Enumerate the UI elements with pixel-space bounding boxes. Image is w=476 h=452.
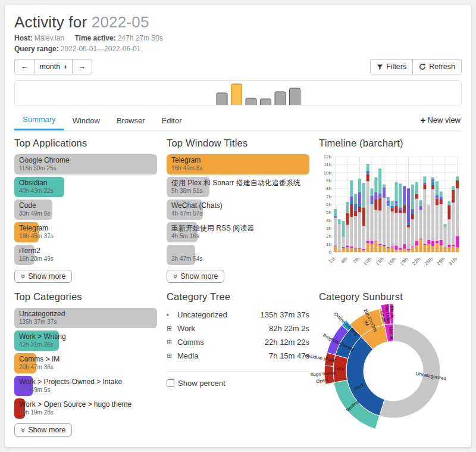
tab-editor[interactable]: Editor (154, 111, 190, 130)
timeline-bar-segment-blue (407, 223, 410, 225)
application-bar: Telegram19h 45m 37s (14, 222, 157, 242)
timeline-bar-segment-blue (354, 204, 357, 211)
timeline-bar-segment-gray (374, 210, 377, 241)
timeline-bar-segment-purple (423, 183, 426, 185)
top-window-titles-list: Telegram18h 49m 8s使用 Plex 和 Sonarr 搭建自动化… (167, 154, 309, 265)
prev-period-button[interactable]: ← (14, 59, 35, 74)
nav-bar (290, 88, 300, 105)
timeline-bar-segment-orange (431, 247, 434, 252)
x-axis-tick-label: 1st (328, 256, 336, 264)
window-title-bar: Telegram18h 49m 8s (167, 154, 309, 174)
toolbar-actions: Filters Refresh (370, 59, 462, 74)
category-bar-duration: 42h 31m 26s (19, 341, 152, 348)
timeline-bar-segment-purple (374, 192, 377, 199)
timeline-bar-segment-teal (419, 200, 422, 205)
expand-icon[interactable]: ⊞ (167, 322, 177, 335)
timeline-bar-segment-gray (362, 226, 365, 249)
timeline-bar-segment-gray (447, 219, 450, 245)
period-overview-chart (14, 80, 462, 105)
category-tree-row[interactable]: ▪Uncategorized135h 37m 37s (167, 308, 309, 322)
tab-summary[interactable]: Summary (14, 110, 64, 130)
timeline-bar-segment-purple (436, 195, 439, 197)
timeline-bar-segment-magenta (411, 247, 414, 247)
timeline-bar-segment-gray (415, 199, 418, 241)
host-line: Host:Maiev.lan Time active:247h 27m 50s (14, 34, 462, 42)
new-view-button[interactable]: + New view (419, 110, 462, 130)
category-tree-row[interactable]: ⊞Media7h 15m 47s (167, 349, 309, 363)
timeline-bar-segment-teal (391, 201, 394, 206)
show-more-categories-button[interactable]: »Show more (14, 423, 72, 437)
timeline-bar-segment-purple (378, 193, 381, 198)
timeline-bar-segment-red (403, 205, 406, 213)
show-more-titles-button[interactable]: »Show more (167, 270, 224, 283)
top-categories-section: Top Categories Uncategorized135h 37m 37s… (14, 291, 157, 437)
timeline-bar-segment-magenta (407, 249, 410, 251)
x-axis-tick-label: 19th (399, 256, 409, 266)
timeline-bar-segment-blue (358, 204, 361, 207)
funnel-icon (377, 64, 383, 70)
sunburst-label: urce (335, 366, 345, 371)
category-tree-title: Category Tree (167, 291, 309, 303)
period-mode-select[interactable]: month ▲▼ (35, 59, 72, 74)
timeline-bar-segment-magenta (370, 241, 373, 244)
timeline-bar-segment-orange (383, 247, 386, 252)
timeline-bar-segment-blue (436, 197, 439, 199)
timeline-bar-segment-magenta (383, 245, 386, 247)
timeline-bar-segment-red (456, 180, 459, 188)
window-title-bar-duration: 3h 47m 54s (171, 255, 305, 263)
category-sunburst-title: Category Sunburst (319, 291, 462, 303)
category-tree-row[interactable]: ⊞Comms22h 12m 22s (167, 335, 309, 349)
refresh-button[interactable]: Refresh (412, 59, 462, 74)
expand-icon[interactable]: ⊞ (167, 349, 177, 363)
timeline-bar-segment-gray (444, 227, 447, 247)
category-bar-label: Work > Open Source > hugo theme (19, 400, 152, 409)
y-axis-tick-label: 12h (324, 154, 331, 160)
timeline-bar-segment-blue (350, 199, 353, 204)
y-axis-tick-label: 8h (326, 186, 331, 191)
y-axis-tick-label: 9h (326, 178, 331, 183)
expand-icon[interactable]: ⊞ (167, 335, 177, 349)
timeline-bar-segment-gray (427, 205, 430, 240)
timeline-bar-segment-magenta (399, 248, 402, 250)
tab-browser[interactable]: Browser (108, 111, 154, 130)
timeline-bar-segment-gray (436, 205, 439, 241)
timeline-bar-segment-gray (440, 204, 443, 240)
timeline-bar-segment-gray (411, 219, 414, 246)
timeline-bar-segment-gray (342, 237, 345, 247)
x-axis-tick-label: 13th (375, 256, 385, 266)
show-percent-checkbox[interactable] (167, 379, 174, 387)
timeline-bar-segment-blue (391, 206, 394, 208)
timeline-bar-segment-magenta (403, 244, 406, 249)
timeline-bar-segment-red (350, 204, 353, 217)
timeline-bar-segment-magenta (346, 245, 349, 247)
timeline-bar-segment-orange (444, 247, 447, 252)
application-bar: Code30h 49m 6s (14, 199, 157, 220)
timeline-bar-segment-purple (387, 200, 390, 203)
timeline-bar-segment-magenta (431, 241, 434, 246)
tab-window[interactable]: Window (64, 111, 108, 130)
timeline-bar-segment-magenta (374, 241, 377, 241)
bullet-icon: ▪ (167, 308, 177, 322)
timeline-bar-segment-red (374, 199, 377, 210)
timeline-bar-segment-magenta (367, 241, 369, 243)
timeline-bar-segment-red (415, 194, 418, 199)
timeline-bar-segment-teal (350, 180, 353, 197)
timeline-bar-segment-red (358, 207, 361, 212)
timeline-bar-segment-gray (338, 224, 341, 250)
timeline-bar-segment-orange (350, 248, 353, 252)
category-bar: Work > Writing42h 31m 26s (14, 331, 157, 351)
category-tree-row[interactable]: ⊞Work82h 22m 2s (167, 322, 309, 335)
window-title-bar: WeChat (Chats)4h 47m 57s (167, 199, 309, 220)
show-more-applications-button[interactable]: »Show more (14, 270, 72, 283)
timeline-bar-segment-gray (358, 212, 361, 248)
timeline-bar-segment-orange (387, 248, 390, 252)
timeline-bar-segment-teal (346, 202, 349, 213)
category-name: Uncategorized (177, 308, 261, 322)
timeline-bar-segment-orange (407, 250, 410, 252)
plus-icon: + (421, 115, 426, 125)
filters-button[interactable]: Filters (370, 59, 412, 74)
next-period-button[interactable]: → (72, 59, 93, 74)
timeline-bar-segment-gray (403, 213, 406, 244)
timeline-bar-segment-blue (395, 204, 398, 206)
timeline-bar-segment-magenta (350, 247, 353, 248)
